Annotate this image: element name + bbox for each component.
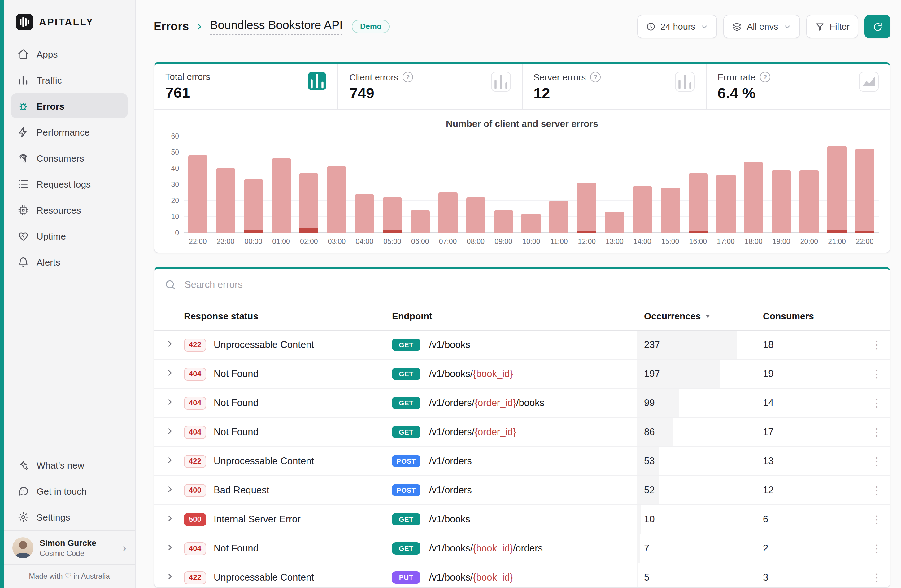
client-errors-bar[interactable] xyxy=(355,194,374,233)
x-tick-label: 06:00 xyxy=(411,238,429,245)
client-errors-bar[interactable] xyxy=(522,213,541,233)
status-code-badge: 404 xyxy=(184,542,206,555)
refresh-button[interactable] xyxy=(864,15,890,38)
env-select[interactable]: All envs xyxy=(723,15,800,38)
sidebar-item-apps[interactable]: Apps xyxy=(11,42,128,66)
chevron-right-icon: › xyxy=(122,542,126,554)
client-errors-bar[interactable] xyxy=(410,210,430,233)
sidebar-item-errors[interactable]: Errors xyxy=(11,93,128,118)
sidebar-item-resources[interactable]: Resources xyxy=(11,198,128,222)
occurrences-bar xyxy=(637,418,673,446)
client-errors-bar[interactable] xyxy=(800,170,818,233)
error-row[interactable]: 500 Internal Server Error GET /v1/books … xyxy=(154,505,890,534)
error-row[interactable]: 404 Not Found GET /v1/orders/{order_id} … xyxy=(154,418,890,447)
breadcrumb-app-selector[interactable]: Boundless Bookstore API xyxy=(210,19,343,35)
time-range-select[interactable]: 24 hours xyxy=(637,15,717,38)
error-row[interactable]: 404 Not Found GET /v1/books/{book_id} 19… xyxy=(154,359,890,389)
expand-chevron-icon[interactable] xyxy=(165,484,175,494)
expand-chevron-icon[interactable] xyxy=(165,543,175,552)
client-errors-bar[interactable] xyxy=(216,168,235,233)
client-errors-bar[interactable] xyxy=(688,173,708,233)
error-row[interactable]: 404 Not Found GET /v1/books/{book_id}/or… xyxy=(154,534,890,563)
expand-chevron-icon[interactable] xyxy=(165,455,175,465)
sidebar-item-consumers[interactable]: Consumers xyxy=(11,145,128,170)
user-menu[interactable]: Simon Gurcke Cosmic Code › xyxy=(4,530,135,565)
client-errors-bar[interactable] xyxy=(605,212,624,233)
client-errors-bar[interactable] xyxy=(827,146,846,233)
client-errors-bar[interactable] xyxy=(271,159,291,233)
help-icon[interactable]: ? xyxy=(590,72,601,82)
client-errors-bar[interactable] xyxy=(383,198,402,233)
client-errors-bar[interactable] xyxy=(494,210,513,233)
row-menu-button[interactable]: ⋮ xyxy=(863,369,890,379)
sidebar-item-performance[interactable]: Performance xyxy=(11,120,128,144)
row-menu-button[interactable]: ⋮ xyxy=(863,514,890,524)
method-badge: POST xyxy=(392,455,421,467)
client-errors-bar[interactable] xyxy=(438,193,458,233)
client-errors-bar[interactable] xyxy=(633,186,652,233)
main-content: Errors Boundless Bookstore API Demo 24 h… xyxy=(136,0,901,588)
client-errors-bar[interactable] xyxy=(244,179,263,233)
chart-bar-group: 14:00 xyxy=(628,136,656,245)
row-menu-button[interactable]: ⋮ xyxy=(863,485,890,495)
row-menu-button[interactable]: ⋮ xyxy=(863,543,890,554)
sidebar-item-alerts[interactable]: Alerts xyxy=(11,249,128,274)
endpoint-path: /v1/orders/{order_id} xyxy=(429,426,516,438)
row-menu-button[interactable]: ⋮ xyxy=(863,427,890,437)
client-errors-bar[interactable] xyxy=(855,149,874,233)
error-row[interactable]: 422 Unprocessable Content GET /v1/books … xyxy=(154,331,890,359)
occurrences-bar xyxy=(637,389,679,417)
status-text: Unprocessable Content xyxy=(214,339,314,350)
sidebar-item-settings[interactable]: Settings xyxy=(11,504,128,529)
sidebar-item-request-logs[interactable]: Request logs xyxy=(11,171,128,196)
row-menu-button[interactable]: ⋮ xyxy=(863,456,890,467)
breadcrumb-section[interactable]: Errors xyxy=(154,20,189,33)
client-errors-bar[interactable] xyxy=(188,156,207,233)
logs-icon xyxy=(17,178,29,190)
expand-chevron-icon[interactable] xyxy=(165,572,175,581)
expand-chevron-icon[interactable] xyxy=(165,368,175,377)
client-errors-bar[interactable] xyxy=(772,170,791,233)
client-errors-bar[interactable] xyxy=(661,188,680,233)
client-errors-bar[interactable] xyxy=(327,167,346,233)
client-errors-bar[interactable] xyxy=(716,175,735,233)
client-errors-bar[interactable] xyxy=(577,183,596,233)
row-menu-button[interactable]: ⋮ xyxy=(863,398,890,408)
expand-chevron-icon[interactable] xyxy=(165,513,175,523)
filter-button[interactable]: Filter xyxy=(806,15,858,38)
help-icon[interactable]: ? xyxy=(402,72,413,82)
expand-chevron-icon[interactable] xyxy=(165,426,175,436)
search-input[interactable] xyxy=(183,278,879,291)
help-icon[interactable]: ? xyxy=(760,72,770,82)
bar-chart-icon[interactable] xyxy=(308,72,327,90)
expand-chevron-icon[interactable] xyxy=(165,339,175,348)
brand-logo[interactable]: APITALLY xyxy=(4,0,135,40)
error-row[interactable]: 422 Unprocessable Content POST /v1/order… xyxy=(154,447,890,476)
bar-chart-icon[interactable] xyxy=(675,72,695,92)
sidebar-item-uptime[interactable]: Uptime xyxy=(11,224,128,248)
client-errors-bar[interactable] xyxy=(299,173,319,233)
col-endpoint[interactable]: Endpoint xyxy=(392,310,644,321)
col-response-status[interactable]: Response status xyxy=(184,310,392,321)
sidebar-item-what-s-new[interactable]: What's new xyxy=(11,453,128,477)
client-errors-bar[interactable] xyxy=(466,198,485,233)
expand-chevron-icon[interactable] xyxy=(165,397,175,406)
row-menu-button[interactable]: ⋮ xyxy=(863,572,890,583)
error-row[interactable]: 404 Not Found GET /v1/orders/{order_id}/… xyxy=(154,389,890,418)
path-segment: /v1/orders xyxy=(429,456,472,466)
sidebar-item-traffic[interactable]: Traffic xyxy=(11,67,128,92)
bar-chart-icon[interactable] xyxy=(491,72,511,92)
col-occurrences[interactable]: Occurrences xyxy=(644,310,763,321)
occurrences-bar xyxy=(637,505,641,534)
area-chart-icon[interactable] xyxy=(859,72,879,92)
row-menu-button[interactable]: ⋮ xyxy=(863,339,890,350)
bar-chart-icon xyxy=(17,74,29,86)
error-row[interactable]: 400 Bad Request POST /v1/orders 52 12 ⋮ xyxy=(154,476,890,505)
client-errors-bar[interactable] xyxy=(550,201,569,233)
sidebar-item-get-in-touch[interactable]: Get in touch xyxy=(11,478,128,503)
client-errors-bar[interactable] xyxy=(744,162,763,233)
col-consumers[interactable]: Consumers xyxy=(763,310,863,321)
status-code-badge: 422 xyxy=(184,571,206,584)
server-errors-bar xyxy=(244,230,263,233)
error-row[interactable]: 422 Unprocessable Content PUT /v1/books/… xyxy=(154,563,890,588)
